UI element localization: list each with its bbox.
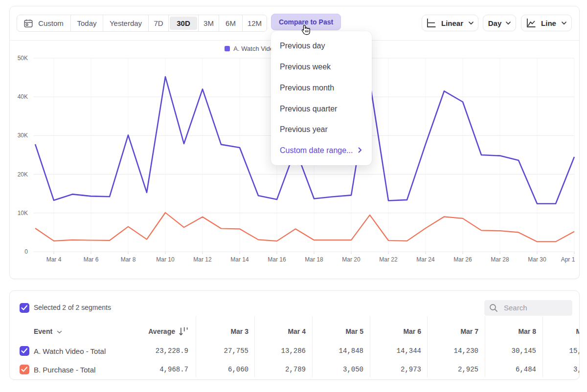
- svg-text:Mar 22: Mar 22: [379, 256, 398, 263]
- svg-text:Mar 24: Mar 24: [416, 256, 435, 263]
- svg-text:Mar 16: Mar 16: [268, 256, 286, 263]
- svg-text:30K: 30K: [18, 132, 28, 139]
- svg-text:Mar 30: Mar 30: [528, 256, 546, 263]
- svg-text:Mar 12: Mar 12: [193, 256, 212, 263]
- svg-text:50K: 50K: [18, 55, 28, 62]
- svg-text:Mar 8: Mar 8: [121, 256, 136, 263]
- svg-text:Mar 20: Mar 20: [342, 256, 361, 263]
- svg-text:Apr 1: Apr 1: [561, 256, 575, 263]
- svg-text:Mar 6: Mar 6: [84, 256, 99, 263]
- svg-text:40K: 40K: [18, 93, 28, 100]
- svg-text:Mar 26: Mar 26: [453, 256, 472, 263]
- svg-text:Mar 28: Mar 28: [491, 256, 509, 263]
- svg-text:20K: 20K: [18, 171, 28, 178]
- svg-text:Mar 18: Mar 18: [305, 256, 323, 263]
- svg-text:Mar 14: Mar 14: [230, 256, 249, 263]
- svg-text:Mar 4: Mar 4: [46, 256, 62, 263]
- svg-text:Mar 10: Mar 10: [156, 256, 175, 263]
- svg-text:0: 0: [24, 248, 28, 255]
- svg-text:10K: 10K: [18, 210, 28, 217]
